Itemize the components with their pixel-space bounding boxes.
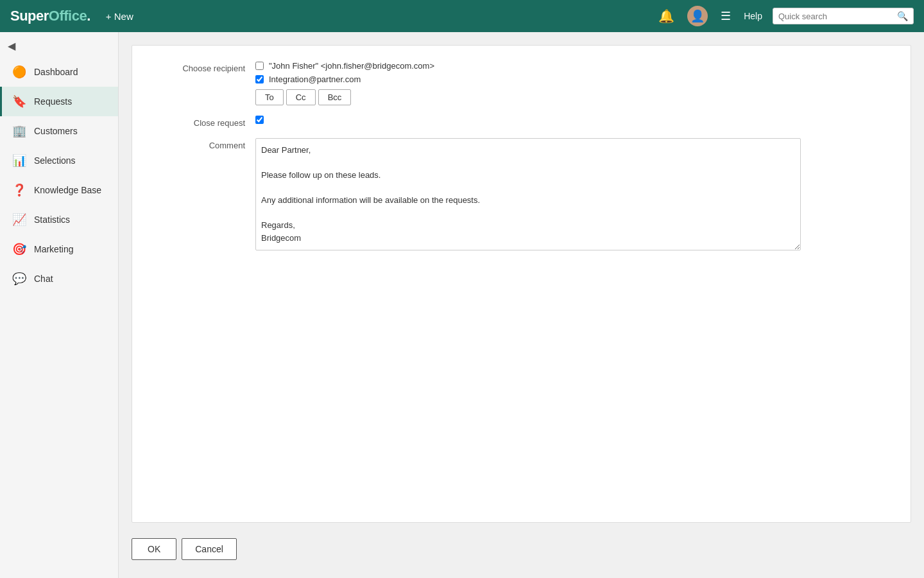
- bottom-buttons: OK Cancel: [132, 533, 911, 565]
- main-content: Choose recipient "John Fisher" <john.fis…: [119, 32, 924, 578]
- sidebar-item-marketing[interactable]: 🎯 Marketing: [0, 234, 118, 264]
- search-input[interactable]: [778, 12, 897, 21]
- close-request-label: Close request: [153, 116, 255, 128]
- new-button[interactable]: + New: [101, 8, 139, 24]
- cancel-button[interactable]: Cancel: [182, 538, 237, 560]
- comment-row: Comment: [153, 138, 890, 252]
- choose-recipient-row: Choose recipient "John Fisher" <john.fis…: [153, 61, 890, 105]
- sidebar-item-dashboard[interactable]: 🟠 Dashboard: [0, 57, 118, 87]
- to-button[interactable]: To: [255, 89, 284, 105]
- layout: ◀ 🟠 Dashboard 🔖 Requests 🏢 Customers 📊 S…: [0, 32, 924, 578]
- sidebar-item-statistics[interactable]: 📈 Statistics: [0, 205, 118, 234]
- sidebar-item-label: Dashboard: [34, 67, 78, 77]
- knowledge-base-icon: ❓: [12, 183, 26, 197]
- recipient-2-row: Integration@partner.com: [255, 74, 890, 84]
- search-box[interactable]: 🔍: [773, 8, 914, 24]
- sidebar-collapse-button[interactable]: ◀: [0, 35, 118, 57]
- search-icon: 🔍: [897, 11, 908, 21]
- recipient-buttons: To Cc Bcc: [255, 89, 890, 105]
- sidebar-item-requests[interactable]: 🔖 Requests: [0, 87, 118, 116]
- close-request-row: Close request: [153, 116, 890, 128]
- comment-content: [255, 138, 890, 252]
- chat-icon: 💬: [12, 272, 26, 286]
- close-request-checkbox[interactable]: [255, 116, 264, 124]
- sidebar-item-label: Statistics: [34, 215, 70, 225]
- sidebar-item-knowledge-base[interactable]: ❓ Knowledge Base: [0, 175, 118, 205]
- help-link[interactable]: Help: [744, 11, 762, 21]
- comment-textarea[interactable]: [255, 138, 801, 250]
- sidebar-item-label: Requests: [34, 96, 72, 107]
- sidebar-item-label: Marketing: [34, 244, 73, 254]
- comment-label: Comment: [153, 138, 255, 150]
- customers-icon: 🏢: [12, 124, 26, 138]
- notifications-icon[interactable]: 🔔: [656, 6, 677, 26]
- sidebar: ◀ 🟠 Dashboard 🔖 Requests 🏢 Customers 📊 S…: [0, 32, 119, 578]
- choose-recipient-label: Choose recipient: [153, 61, 255, 73]
- sidebar-item-label: Customers: [34, 126, 78, 136]
- cc-button[interactable]: Cc: [286, 89, 316, 105]
- recipient-1-row: "John Fisher" <john.fisher@bridgecom.com…: [255, 61, 890, 71]
- recipient-1-label: "John Fisher" <john.fisher@bridgecom.com…: [269, 61, 434, 71]
- statistics-icon: 📈: [12, 213, 26, 227]
- close-request-check: [255, 116, 890, 124]
- recipient-options: "John Fisher" <john.fisher@bridgecom.com…: [255, 61, 890, 105]
- sidebar-item-label: Selections: [34, 155, 76, 166]
- ok-button[interactable]: OK: [132, 538, 176, 560]
- selections-icon: 📊: [12, 153, 26, 168]
- sidebar-item-label: Chat: [34, 274, 53, 284]
- marketing-icon: 🎯: [12, 242, 26, 256]
- menu-icon[interactable]: ☰: [718, 6, 733, 26]
- sidebar-item-chat[interactable]: 💬 Chat: [0, 264, 118, 293]
- bcc-button[interactable]: Bcc: [318, 89, 352, 105]
- sidebar-item-selections[interactable]: 📊 Selections: [0, 146, 118, 175]
- topnav: SuperOffice. + New 🔔 👤 ☰ Help 🔍: [0, 0, 924, 32]
- dialog-panel: Choose recipient "John Fisher" <john.fis…: [132, 45, 911, 523]
- recipient-1-checkbox[interactable]: [255, 62, 264, 70]
- sidebar-item-label: Knowledge Base: [34, 185, 101, 195]
- requests-icon: 🔖: [12, 94, 26, 109]
- recipient-2-label: Integration@partner.com: [269, 74, 361, 84]
- sidebar-item-customers[interactable]: 🏢 Customers: [0, 116, 118, 146]
- avatar[interactable]: 👤: [687, 6, 708, 26]
- close-request-content: [255, 116, 890, 124]
- recipient-2-checkbox[interactable]: [255, 75, 264, 83]
- dashboard-icon: 🟠: [12, 65, 26, 79]
- app-logo: SuperOffice.: [10, 8, 90, 24]
